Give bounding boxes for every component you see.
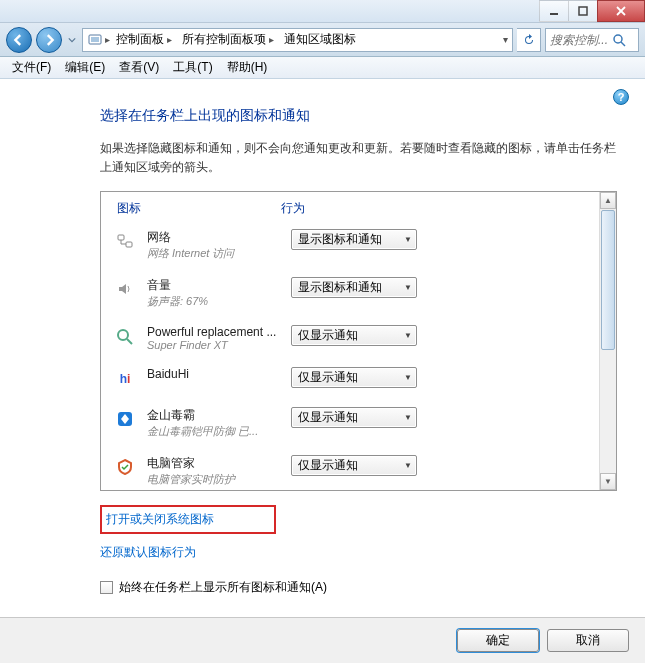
menu-file[interactable]: 文件(F) (6, 57, 57, 78)
menu-tools[interactable]: 工具(T) (167, 57, 218, 78)
chevron-down-icon: ▼ (404, 235, 412, 244)
chevron-down-icon[interactable]: ▾ (503, 34, 508, 45)
item-title: 金山毒霸 (147, 407, 281, 424)
breadcrumb-seg[interactable]: 通知区域图标 (280, 29, 360, 51)
item-subtitle: 电脑管家实时防护 (147, 472, 281, 487)
page-title: 选择在任务栏上出现的图标和通知 (100, 107, 617, 125)
col-header-icon: 图标 (113, 200, 281, 217)
app-icon (113, 325, 137, 349)
search-input[interactable] (550, 33, 612, 47)
item-subtitle: 金山毒霸铠甲防御 已... (147, 424, 281, 439)
dropdown-value: 仅显示通知 (298, 369, 358, 386)
list-header: 图标 行为 (113, 200, 587, 217)
menu-edit[interactable]: 编辑(E) (59, 57, 111, 78)
svg-rect-8 (118, 235, 124, 240)
chevron-down-icon: ▼ (404, 461, 412, 470)
svg-point-10 (118, 330, 128, 340)
scroll-down-button[interactable]: ▼ (600, 473, 616, 490)
menu-view[interactable]: 查看(V) (113, 57, 165, 78)
chevron-down-icon: ▼ (404, 373, 412, 382)
behavior-dropdown[interactable]: 仅显示通知▼ (291, 455, 417, 476)
scrollbar[interactable]: ▲ ▼ (599, 192, 616, 490)
page-description: 如果选择隐藏图标和通知，则不会向您通知更改和更新。若要随时查看隐藏的图标，请单击… (100, 139, 617, 177)
menu-help[interactable]: 帮助(H) (221, 57, 274, 78)
chevron-right-icon: ▸ (105, 34, 110, 45)
dropdown-value: 显示图标和通知 (298, 279, 382, 296)
behavior-dropdown[interactable]: 仅显示通知▼ (291, 367, 417, 388)
window-titlebar (0, 0, 645, 23)
icon-list: 图标 行为 网络网络 Internet 访问 显示图标和通知▼ 音量扬声器: 6… (100, 191, 617, 491)
list-item: 电脑管家电脑管家实时防护 仅显示通知▼ (113, 455, 587, 487)
menu-bar: 文件(F) 编辑(E) 查看(V) 工具(T) 帮助(H) (0, 57, 645, 79)
restore-defaults-link[interactable]: 还原默认图标行为 (100, 544, 196, 561)
address-bar: ▸ 控制面板▸ 所有控制面板项▸ 通知区域图标 ▾ (0, 23, 645, 57)
list-item: 音量扬声器: 67% 显示图标和通知▼ (113, 277, 587, 309)
content-area: ? 选择在任务栏上出现的图标和通知 如果选择隐藏图标和通知，则不会向您通知更改和… (0, 79, 645, 615)
item-subtitle: 扬声器: 67% (147, 294, 281, 309)
dropdown-value: 仅显示通知 (298, 457, 358, 474)
breadcrumb-seg[interactable]: 所有控制面板项▸ (178, 29, 278, 51)
minimize-button[interactable] (539, 0, 569, 22)
list-item: Powerful replacement ...Super Finder XT … (113, 325, 587, 351)
network-icon (113, 229, 137, 253)
dropdown-value: 仅显示通知 (298, 409, 358, 426)
app-icon (113, 455, 137, 479)
checkbox[interactable] (100, 581, 113, 594)
chevron-down-icon: ▼ (404, 283, 412, 292)
ok-button[interactable]: 确定 (457, 629, 539, 652)
breadcrumb-seg[interactable]: 控制面板▸ (112, 29, 176, 51)
svg-line-11 (127, 339, 132, 344)
svg-line-7 (621, 42, 625, 46)
breadcrumb[interactable]: ▸ 控制面板▸ 所有控制面板项▸ 通知区域图标 ▾ (82, 28, 513, 52)
svg-rect-5 (91, 37, 99, 42)
app-icon: hi (113, 367, 137, 391)
scroll-thumb[interactable] (601, 210, 615, 350)
search-icon (612, 33, 626, 47)
volume-icon (113, 277, 137, 301)
svg-rect-9 (126, 242, 132, 247)
item-title: 音量 (147, 277, 281, 294)
item-title: 电脑管家 (147, 455, 281, 472)
chevron-down-icon: ▼ (404, 331, 412, 340)
list-item: 金山毒霸金山毒霸铠甲防御 已... 仅显示通知▼ (113, 407, 587, 439)
behavior-dropdown[interactable]: 显示图标和通知▼ (291, 277, 417, 298)
maximize-button[interactable] (568, 0, 598, 22)
dialog-footer: 确定 取消 (0, 617, 645, 663)
system-icons-link[interactable]: 打开或关闭系统图标 (106, 511, 214, 528)
item-title: BaiduHi (147, 367, 281, 381)
breadcrumb-label: 所有控制面板项 (182, 31, 266, 48)
item-subtitle: 网络 Internet 访问 (147, 246, 281, 261)
back-button[interactable] (6, 27, 32, 53)
dropdown-value: 仅显示通知 (298, 327, 358, 344)
list-item: 网络网络 Internet 访问 显示图标和通知▼ (113, 229, 587, 261)
breadcrumb-label: 通知区域图标 (284, 31, 356, 48)
always-show-checkbox-row[interactable]: 始终在任务栏上显示所有图标和通知(A) (100, 579, 617, 596)
chevron-down-icon: ▼ (404, 413, 412, 422)
dropdown-value: 显示图标和通知 (298, 231, 382, 248)
control-panel-icon (87, 32, 103, 48)
search-box[interactable] (545, 28, 639, 52)
refresh-button[interactable] (517, 28, 541, 52)
svg-point-6 (614, 35, 622, 43)
chevron-right-icon: ▸ (167, 34, 172, 45)
history-dropdown-icon[interactable] (66, 30, 78, 50)
item-title: Powerful replacement ... (147, 325, 281, 339)
forward-button[interactable] (36, 27, 62, 53)
close-button[interactable] (597, 0, 645, 22)
cancel-button[interactable]: 取消 (547, 629, 629, 652)
behavior-dropdown[interactable]: 仅显示通知▼ (291, 325, 417, 346)
help-icon[interactable]: ? (613, 89, 629, 105)
item-subtitle: Super Finder XT (147, 339, 281, 351)
scroll-up-button[interactable]: ▲ (600, 192, 616, 209)
behavior-dropdown[interactable]: 仅显示通知▼ (291, 407, 417, 428)
svg-rect-1 (579, 7, 587, 15)
highlight-box: 打开或关闭系统图标 (100, 505, 276, 534)
checkbox-label: 始终在任务栏上显示所有图标和通知(A) (119, 579, 327, 596)
chevron-right-icon: ▸ (269, 34, 274, 45)
item-title: 网络 (147, 229, 281, 246)
col-header-action: 行为 (281, 200, 587, 217)
behavior-dropdown[interactable]: 显示图标和通知▼ (291, 229, 417, 250)
app-icon (113, 407, 137, 431)
breadcrumb-label: 控制面板 (116, 31, 164, 48)
list-item: hi BaiduHi 仅显示通知▼ (113, 367, 587, 391)
